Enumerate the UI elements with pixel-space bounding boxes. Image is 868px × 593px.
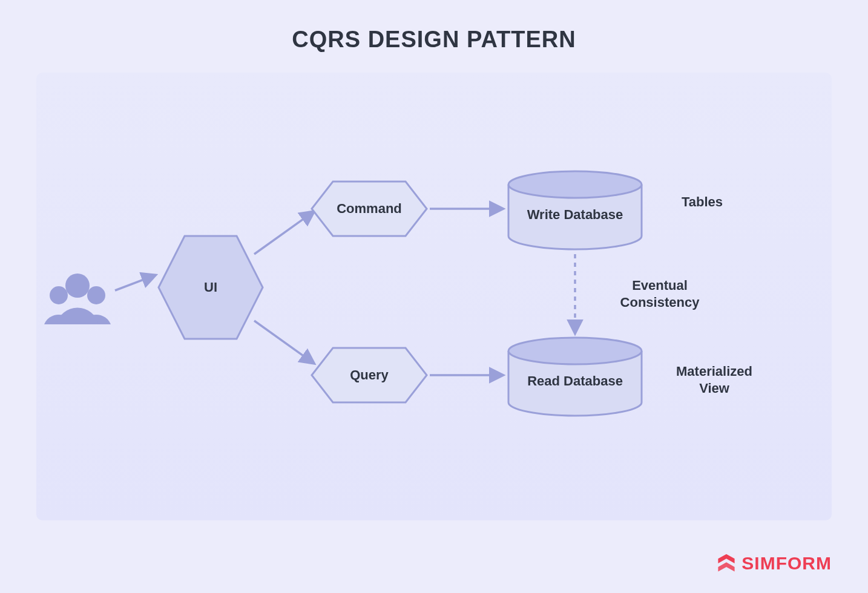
annotation-eventual-line1: Eventual <box>632 278 688 293</box>
users-icon <box>44 274 111 324</box>
annotation-eventual-line2: Consistency <box>620 295 700 310</box>
brand-text: SIMFORM <box>741 553 832 574</box>
brand-icon <box>716 553 737 574</box>
svg-point-2 <box>65 274 90 298</box>
node-command-label: Command <box>333 201 406 217</box>
brand-logo: SIMFORM <box>716 553 832 574</box>
svg-point-3 <box>508 171 642 198</box>
node-query-label: Query <box>333 367 406 383</box>
diagram-canvas: CQRS DESIGN PATTERN <box>0 0 868 593</box>
annotation-eventual-consistency: Eventual Consistency <box>605 277 714 310</box>
diagram-title: CQRS DESIGN PATTERN <box>0 27 868 53</box>
svg-point-0 <box>50 286 68 304</box>
diagram-panel: UI Command Query Write Database Read Dat… <box>36 73 832 520</box>
arrow-users-to-ui <box>115 275 155 290</box>
arrow-ui-to-query <box>254 321 314 363</box>
annotation-materialized-view: Materialized View <box>660 363 769 396</box>
annotation-matview-line2: View <box>699 381 729 396</box>
svg-point-4 <box>508 338 642 364</box>
node-ui-label: UI <box>192 280 229 295</box>
node-read-db-label: Read Database <box>515 373 636 389</box>
arrow-ui-to-command <box>254 212 314 254</box>
annotation-matview-line1: Materialized <box>676 364 752 379</box>
node-write-db-label: Write Database <box>515 207 636 223</box>
svg-point-1 <box>87 286 105 304</box>
annotation-tables: Tables <box>660 194 745 211</box>
